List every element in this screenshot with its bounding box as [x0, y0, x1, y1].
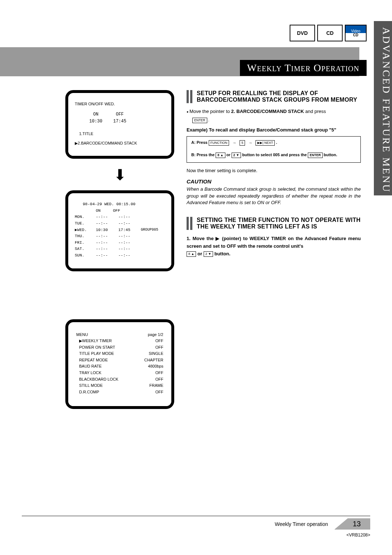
section-1-head: SETUP FOR RECALLING THE DISPLAY OF BARCO…	[187, 90, 361, 103]
side-tab: ADVANCED FEATURE MENU	[374, 21, 392, 195]
list-item: BLACKBOARD LOCKOFF	[76, 376, 163, 383]
s1-off-time: 17:45	[113, 118, 126, 125]
boxB2: button to select 005 and press the	[242, 153, 308, 157]
list-item: ▶WEEKLY TIMEROFF	[76, 338, 163, 344]
caution-head: CAUTION	[187, 178, 361, 185]
enter-button-icon-2: ENTER	[308, 153, 323, 158]
page-title: Weekly Timer Operation	[240, 60, 367, 76]
s2-on-label: ON	[96, 208, 101, 214]
boxB3: button.	[324, 153, 337, 157]
s1-line1: TIMER ON/OFF WED.	[75, 101, 165, 108]
section-2-title: SETTING THE TIMER FUNCTION TO NOT OPERAT…	[197, 217, 361, 230]
table-row: FRI.--:----:--	[75, 240, 165, 246]
section-1-title: SETUP FOR RECALLING THE DISPLAY OF BARCO…	[197, 90, 361, 103]
list-item: BAUD RATE4800bps	[76, 363, 163, 370]
doc-id: <VRB1208>	[347, 532, 370, 538]
s1-on-time: 10:30	[89, 118, 102, 125]
dvd-logo-icon: DVD	[290, 25, 315, 41]
list-item: POWER ON STARTOFF	[76, 344, 163, 351]
logo-strip: DVD CD Video CD	[290, 25, 367, 41]
dot1: .	[208, 118, 209, 122]
step1b: button.	[215, 251, 230, 256]
boxB1: B: Press the	[191, 153, 216, 157]
instr1a: Move the pointer to	[189, 109, 231, 114]
list-item: D.R.COMPOFF	[76, 389, 163, 396]
screen-3: MENU page 1/2 ▶WEEKLY TIMEROFFPOWER ON S…	[65, 319, 174, 409]
up-button-icon-2: 8 ▲	[187, 251, 196, 257]
five-button-icon: 5	[240, 140, 245, 146]
example-text: Example) To recall and display Barcode/C…	[187, 127, 361, 133]
table-row: SAT.--:----:--	[75, 246, 165, 252]
s3-page-label: page 1/2	[148, 332, 163, 338]
s3-menu-label: MENU	[76, 332, 88, 338]
s1-on-label: ON	[89, 111, 102, 118]
down-button-icon-2: 2 ▼	[204, 251, 213, 257]
dot2: .	[276, 141, 277, 145]
down-button-icon: 2 ▼	[232, 153, 241, 158]
enter-button-icon: ENTER	[192, 118, 207, 123]
s2-header: 98-04-29 WED. 08:15.00	[75, 201, 165, 208]
table-row: TUE.--:----:--	[75, 220, 165, 227]
step-1: Move the ▶ (pointer) to WEEKLY TIMER on …	[187, 235, 361, 258]
down-arrow-icon: ⬇	[65, 166, 174, 184]
list-item: TRAY LOCKOFF	[76, 370, 163, 376]
list-item: TITLE PLAY MODESINGLE	[76, 351, 163, 357]
now-complete: Now the timer setting is complete.	[187, 168, 361, 173]
arrow1: →	[232, 141, 236, 145]
function-button-icon: FUNCTION	[209, 140, 229, 146]
table-row: ▶WED.10:3017:45GROUP005	[75, 227, 165, 234]
table-row: SUN.--:----:--	[75, 252, 165, 259]
s1-title-line: 1.TITLE	[75, 131, 165, 137]
footer: Weekly Timer operation 13	[0, 516, 392, 530]
s1-barcode-line: ▶2.BARCODE/COMMAND STACK	[75, 140, 165, 147]
or1: or	[226, 153, 232, 157]
s1-off-label: OFF	[113, 111, 126, 118]
instr1b: 2. BARCODE/COMMAND STACK	[231, 109, 304, 114]
arrow2: →	[248, 141, 252, 145]
vcd-top: Video	[351, 29, 360, 33]
table-row: MON.--:----:--	[75, 214, 165, 220]
section-2-head: SETTING THE TIMER FUNCTION TO NOT OPERAT…	[187, 217, 361, 230]
example-box: A: Press FUNCTION → 5 → ▶▶| NEXT . B: Pr…	[187, 136, 361, 163]
step1a: Move the ▶ (pointer) to WEEKLY TIMER on …	[187, 236, 361, 249]
caution-body: When a Barcode Command stack group is se…	[187, 186, 361, 206]
boxA1: A: Press	[191, 141, 209, 145]
instr-1: Move the pointer to 2. BARCODE/COMMAND S…	[187, 108, 361, 115]
screen-1: TIMER ON/OFF WED. ON 10:30 OFF 17:45 1.T…	[65, 90, 174, 159]
footer-label: Weekly Timer operation	[275, 521, 328, 527]
list-item: REPEAT MODECHAPTER	[76, 357, 163, 364]
up-button-icon: 8 ▲	[216, 153, 225, 158]
page-number: 13	[335, 518, 370, 530]
list-item: STILL MODEFRAME	[76, 382, 163, 389]
next-button-icon: ▶▶| NEXT	[256, 140, 275, 146]
table-row: THU.--:----:--	[75, 233, 165, 240]
screen-2: 98-04-29 WED. 08:15.00 ON OFF MON.--:---…	[65, 190, 174, 271]
s2-off-label: OFF	[113, 208, 120, 214]
or2: or	[197, 251, 204, 256]
instr1c: and press	[304, 109, 326, 114]
vcd-bot: CD	[353, 33, 358, 37]
vcd-logo-icon: Video CD	[345, 25, 367, 41]
cd-logo-icon: CD	[317, 25, 343, 41]
